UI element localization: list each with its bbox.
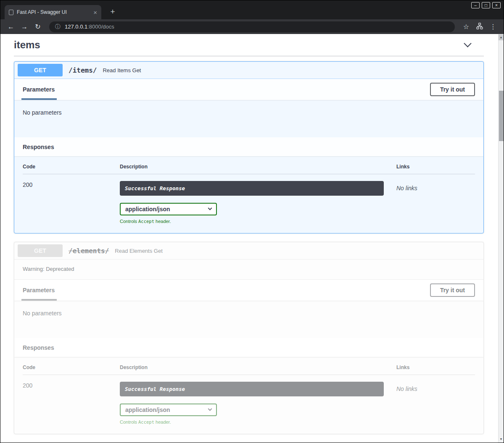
kebab-menu-icon[interactable]: ⋮ bbox=[488, 23, 499, 31]
accept-note-code: Accept bbox=[138, 219, 154, 224]
parameters-tab[interactable]: Parameters bbox=[23, 280, 55, 301]
window-controls: – □ × bbox=[471, 2, 501, 8]
url-host: 127.0.0.1 bbox=[65, 24, 87, 30]
back-button[interactable]: ← bbox=[5, 23, 16, 31]
parameters-header-row: Parameters Try it out bbox=[14, 280, 483, 301]
browser-toolbar: ← → ↻ ⓘ 127.0.0.1:8000/docs ☆ ⋮ bbox=[0, 19, 504, 34]
opblock-get-elements-deprecated: GET /elements/ Read Elements Get Warning… bbox=[14, 242, 484, 434]
accept-note-suffix: header. bbox=[154, 419, 171, 425]
accept-note-prefix: Controls bbox=[120, 419, 138, 425]
new-tab-button[interactable]: + bbox=[107, 6, 118, 17]
page-content: items GET /items/ Read Items Get Paramet… bbox=[0, 34, 504, 443]
response-row: 200 Successful Response application/json… bbox=[23, 375, 475, 425]
endpoint-path: /elements/ bbox=[69, 247, 109, 255]
opblock-summary[interactable]: GET /elements/ Read Elements Get bbox=[14, 242, 483, 260]
no-links-text: No links bbox=[396, 382, 417, 392]
description-column-header: Description bbox=[120, 364, 396, 370]
response-description: Successful Response bbox=[120, 181, 384, 196]
tab-close-icon[interactable]: × bbox=[93, 9, 97, 16]
parameters-body: No parameters bbox=[14, 301, 483, 338]
links-column-header: Links bbox=[396, 364, 475, 370]
status-code: 200 bbox=[23, 378, 32, 389]
reload-button[interactable]: ↻ bbox=[32, 23, 43, 31]
endpoint-summary: Read Elements Get bbox=[115, 248, 162, 254]
accept-note-prefix: Controls bbox=[120, 219, 138, 224]
forward-button[interactable]: → bbox=[19, 23, 30, 31]
url-path: :8000/docs bbox=[87, 24, 114, 30]
bookmark-star-icon[interactable]: ☆ bbox=[461, 23, 472, 31]
responses-table: Code Description Links 200 Successful Re… bbox=[14, 357, 483, 434]
close-button[interactable]: × bbox=[492, 2, 501, 8]
no-parameters-text: No parameters bbox=[23, 109, 62, 116]
maximize-button[interactable]: □ bbox=[482, 2, 490, 8]
scrollbar-thumb[interactable] bbox=[499, 91, 504, 141]
titlebar: Fast API - Swagger UI × + – □ × bbox=[0, 0, 504, 19]
no-links-text: No links bbox=[396, 181, 417, 191]
tab-title: Fast API - Swagger UI bbox=[17, 9, 90, 15]
chevron-down-icon bbox=[208, 406, 212, 411]
site-info-icon[interactable]: ⓘ bbox=[55, 23, 61, 31]
media-type-value: application/json bbox=[125, 206, 170, 212]
endpoint-summary: Read Items Get bbox=[103, 67, 141, 73]
opblock-summary[interactable]: GET /items/ Read Items Get bbox=[14, 62, 483, 79]
response-description: Successful Response bbox=[120, 382, 384, 396]
endpoint-path: /items/ bbox=[69, 66, 97, 74]
accept-header-note: Controls Accept header. bbox=[120, 419, 384, 425]
responses-header-row: Responses bbox=[14, 137, 483, 156]
responses-table: Code Description Links 200 Successful Re… bbox=[14, 156, 483, 233]
browser-tab[interactable]: Fast API - Swagger UI × bbox=[5, 5, 101, 19]
code-column-header: Code bbox=[23, 364, 120, 370]
sitemap-icon[interactable] bbox=[474, 23, 485, 31]
page-scrollbar[interactable]: ▲ ▼ bbox=[498, 34, 504, 443]
parameters-header-row: Parameters Try it out bbox=[14, 79, 483, 100]
parameters-body: No parameters bbox=[14, 100, 483, 137]
minimize-button[interactable]: – bbox=[471, 2, 480, 8]
responses-title: Responses bbox=[23, 344, 54, 351]
code-column-header: Code bbox=[23, 164, 120, 170]
media-type-value: application/json bbox=[125, 406, 170, 413]
status-code: 200 bbox=[23, 178, 32, 188]
responses-table-header: Code Description Links bbox=[23, 164, 475, 174]
accept-header-note: Controls Accept header. bbox=[120, 219, 384, 224]
chevron-down-icon bbox=[208, 206, 212, 210]
parameters-tab[interactable]: Parameters bbox=[23, 79, 55, 100]
description-column-header: Description bbox=[120, 164, 396, 170]
chevron-down-icon[interactable] bbox=[464, 39, 471, 47]
responses-header-row: Responses bbox=[14, 338, 483, 357]
swagger-ui: items GET /items/ Read Items Get Paramet… bbox=[0, 34, 498, 434]
method-badge: GET bbox=[18, 244, 63, 257]
responses-title: Responses bbox=[23, 144, 54, 150]
opblock-get-items: GET /items/ Read Items Get Parameters Tr… bbox=[14, 61, 484, 233]
media-type-select[interactable]: application/json bbox=[120, 404, 217, 416]
page-favicon-icon bbox=[9, 10, 13, 15]
try-it-out-button[interactable]: Try it out bbox=[430, 283, 475, 297]
accept-note-code: Accept bbox=[138, 419, 154, 425]
url-bar[interactable]: ⓘ 127.0.0.1:8000/docs bbox=[49, 21, 455, 32]
browser-window: Fast API - Swagger UI × + – □ × ← → ↻ ⓘ … bbox=[0, 0, 504, 443]
response-row: 200 Successful Response application/json… bbox=[23, 174, 475, 224]
tag-section-header: items bbox=[14, 37, 484, 56]
try-it-out-button[interactable]: Try it out bbox=[430, 83, 475, 96]
accept-note-suffix: header. bbox=[154, 219, 171, 224]
no-parameters-text: No parameters bbox=[23, 310, 62, 317]
method-badge: GET bbox=[18, 64, 63, 76]
scroll-down-icon[interactable]: ▼ bbox=[499, 436, 504, 442]
responses-table-header: Code Description Links bbox=[23, 364, 475, 375]
scroll-up-icon[interactable]: ▲ bbox=[499, 34, 504, 40]
media-type-select[interactable]: application/json bbox=[120, 203, 217, 215]
deprecated-warning: Warning: Deprecated bbox=[14, 260, 483, 280]
tag-title[interactable]: items bbox=[14, 39, 40, 51]
links-column-header: Links bbox=[396, 164, 475, 170]
